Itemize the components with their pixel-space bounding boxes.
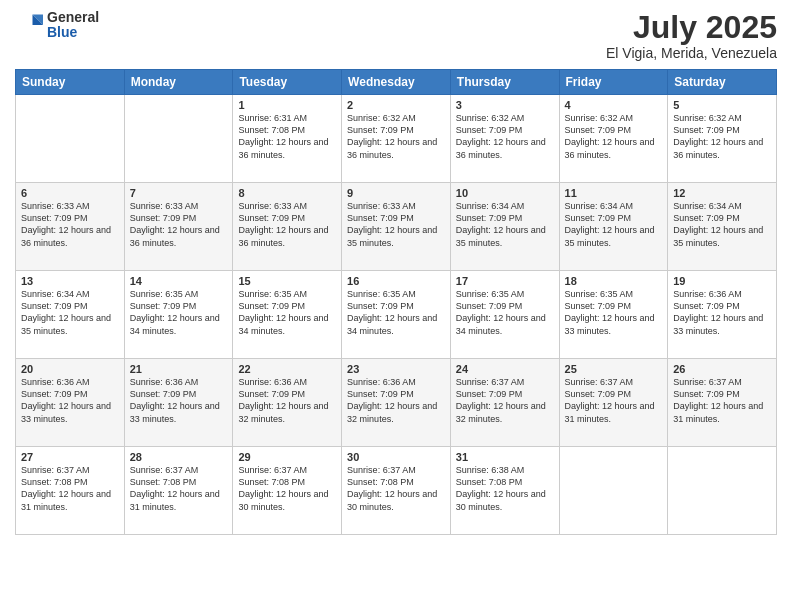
day-number: 16	[347, 275, 445, 287]
day-number: 15	[238, 275, 336, 287]
day-cell: 31Sunrise: 6:38 AM Sunset: 7:08 PM Dayli…	[450, 447, 559, 535]
header-row: Sunday Monday Tuesday Wednesday Thursday…	[16, 70, 777, 95]
day-number: 19	[673, 275, 771, 287]
day-number: 10	[456, 187, 554, 199]
week-row-0: 1Sunrise: 6:31 AM Sunset: 7:08 PM Daylig…	[16, 95, 777, 183]
day-cell: 5Sunrise: 6:32 AM Sunset: 7:09 PM Daylig…	[668, 95, 777, 183]
day-number: 26	[673, 363, 771, 375]
day-info: Sunrise: 6:37 AM Sunset: 7:09 PM Dayligh…	[673, 376, 771, 425]
day-info: Sunrise: 6:34 AM Sunset: 7:09 PM Dayligh…	[456, 200, 554, 249]
day-cell: 12Sunrise: 6:34 AM Sunset: 7:09 PM Dayli…	[668, 183, 777, 271]
day-info: Sunrise: 6:35 AM Sunset: 7:09 PM Dayligh…	[130, 288, 228, 337]
day-number: 28	[130, 451, 228, 463]
day-cell: 23Sunrise: 6:36 AM Sunset: 7:09 PM Dayli…	[342, 359, 451, 447]
week-row-4: 27Sunrise: 6:37 AM Sunset: 7:08 PM Dayli…	[16, 447, 777, 535]
day-number: 25	[565, 363, 663, 375]
day-info: Sunrise: 6:32 AM Sunset: 7:09 PM Dayligh…	[565, 112, 663, 161]
day-info: Sunrise: 6:36 AM Sunset: 7:09 PM Dayligh…	[673, 288, 771, 337]
day-cell: 20Sunrise: 6:36 AM Sunset: 7:09 PM Dayli…	[16, 359, 125, 447]
day-info: Sunrise: 6:38 AM Sunset: 7:08 PM Dayligh…	[456, 464, 554, 513]
title-block: July 2025 El Vigia, Merida, Venezuela	[606, 10, 777, 61]
header: General Blue July 2025 El Vigia, Merida,…	[15, 10, 777, 61]
logo-icon	[15, 11, 43, 39]
day-number: 6	[21, 187, 119, 199]
week-row-2: 13Sunrise: 6:34 AM Sunset: 7:09 PM Dayli…	[16, 271, 777, 359]
day-info: Sunrise: 6:33 AM Sunset: 7:09 PM Dayligh…	[21, 200, 119, 249]
day-info: Sunrise: 6:36 AM Sunset: 7:09 PM Dayligh…	[21, 376, 119, 425]
day-info: Sunrise: 6:31 AM Sunset: 7:08 PM Dayligh…	[238, 112, 336, 161]
day-cell: 8Sunrise: 6:33 AM Sunset: 7:09 PM Daylig…	[233, 183, 342, 271]
main-title: July 2025	[606, 10, 777, 45]
day-cell: 27Sunrise: 6:37 AM Sunset: 7:08 PM Dayli…	[16, 447, 125, 535]
day-number: 7	[130, 187, 228, 199]
day-cell: 15Sunrise: 6:35 AM Sunset: 7:09 PM Dayli…	[233, 271, 342, 359]
week-row-1: 6Sunrise: 6:33 AM Sunset: 7:09 PM Daylig…	[16, 183, 777, 271]
day-number: 5	[673, 99, 771, 111]
day-info: Sunrise: 6:36 AM Sunset: 7:09 PM Dayligh…	[347, 376, 445, 425]
week-row-3: 20Sunrise: 6:36 AM Sunset: 7:09 PM Dayli…	[16, 359, 777, 447]
day-number: 21	[130, 363, 228, 375]
day-number: 14	[130, 275, 228, 287]
day-info: Sunrise: 6:33 AM Sunset: 7:09 PM Dayligh…	[238, 200, 336, 249]
day-number: 29	[238, 451, 336, 463]
day-cell: 25Sunrise: 6:37 AM Sunset: 7:09 PM Dayli…	[559, 359, 668, 447]
day-number: 9	[347, 187, 445, 199]
day-info: Sunrise: 6:37 AM Sunset: 7:08 PM Dayligh…	[238, 464, 336, 513]
day-number: 18	[565, 275, 663, 287]
col-tuesday: Tuesday	[233, 70, 342, 95]
col-friday: Friday	[559, 70, 668, 95]
day-cell: 3Sunrise: 6:32 AM Sunset: 7:09 PM Daylig…	[450, 95, 559, 183]
day-number: 22	[238, 363, 336, 375]
logo-blue-text: Blue	[47, 25, 99, 40]
day-cell: 24Sunrise: 6:37 AM Sunset: 7:09 PM Dayli…	[450, 359, 559, 447]
day-number: 11	[565, 187, 663, 199]
day-number: 12	[673, 187, 771, 199]
logo-text: General Blue	[47, 10, 99, 41]
day-cell: 13Sunrise: 6:34 AM Sunset: 7:09 PM Dayli…	[16, 271, 125, 359]
day-number: 13	[21, 275, 119, 287]
day-number: 31	[456, 451, 554, 463]
day-cell: 28Sunrise: 6:37 AM Sunset: 7:08 PM Dayli…	[124, 447, 233, 535]
day-number: 2	[347, 99, 445, 111]
day-cell: 6Sunrise: 6:33 AM Sunset: 7:09 PM Daylig…	[16, 183, 125, 271]
day-number: 4	[565, 99, 663, 111]
day-info: Sunrise: 6:32 AM Sunset: 7:09 PM Dayligh…	[456, 112, 554, 161]
day-info: Sunrise: 6:33 AM Sunset: 7:09 PM Dayligh…	[130, 200, 228, 249]
day-cell: 10Sunrise: 6:34 AM Sunset: 7:09 PM Dayli…	[450, 183, 559, 271]
day-cell: 26Sunrise: 6:37 AM Sunset: 7:09 PM Dayli…	[668, 359, 777, 447]
day-number: 20	[21, 363, 119, 375]
day-cell: 19Sunrise: 6:36 AM Sunset: 7:09 PM Dayli…	[668, 271, 777, 359]
day-info: Sunrise: 6:32 AM Sunset: 7:09 PM Dayligh…	[347, 112, 445, 161]
day-cell: 30Sunrise: 6:37 AM Sunset: 7:08 PM Dayli…	[342, 447, 451, 535]
day-number: 24	[456, 363, 554, 375]
day-info: Sunrise: 6:34 AM Sunset: 7:09 PM Dayligh…	[21, 288, 119, 337]
day-info: Sunrise: 6:37 AM Sunset: 7:09 PM Dayligh…	[456, 376, 554, 425]
day-number: 8	[238, 187, 336, 199]
day-cell: 17Sunrise: 6:35 AM Sunset: 7:09 PM Dayli…	[450, 271, 559, 359]
day-info: Sunrise: 6:36 AM Sunset: 7:09 PM Dayligh…	[130, 376, 228, 425]
day-info: Sunrise: 6:37 AM Sunset: 7:09 PM Dayligh…	[565, 376, 663, 425]
day-info: Sunrise: 6:37 AM Sunset: 7:08 PM Dayligh…	[21, 464, 119, 513]
day-cell: 7Sunrise: 6:33 AM Sunset: 7:09 PM Daylig…	[124, 183, 233, 271]
day-cell: 21Sunrise: 6:36 AM Sunset: 7:09 PM Dayli…	[124, 359, 233, 447]
page: General Blue July 2025 El Vigia, Merida,…	[0, 0, 792, 612]
col-monday: Monday	[124, 70, 233, 95]
day-info: Sunrise: 6:35 AM Sunset: 7:09 PM Dayligh…	[565, 288, 663, 337]
day-number: 30	[347, 451, 445, 463]
day-number: 23	[347, 363, 445, 375]
day-number: 3	[456, 99, 554, 111]
day-info: Sunrise: 6:37 AM Sunset: 7:08 PM Dayligh…	[130, 464, 228, 513]
logo: General Blue	[15, 10, 99, 41]
subtitle: El Vigia, Merida, Venezuela	[606, 45, 777, 61]
day-info: Sunrise: 6:37 AM Sunset: 7:08 PM Dayligh…	[347, 464, 445, 513]
day-cell: 16Sunrise: 6:35 AM Sunset: 7:09 PM Dayli…	[342, 271, 451, 359]
day-number: 1	[238, 99, 336, 111]
day-cell	[124, 95, 233, 183]
calendar-table: Sunday Monday Tuesday Wednesday Thursday…	[15, 69, 777, 535]
day-info: Sunrise: 6:32 AM Sunset: 7:09 PM Dayligh…	[673, 112, 771, 161]
day-info: Sunrise: 6:36 AM Sunset: 7:09 PM Dayligh…	[238, 376, 336, 425]
day-cell	[16, 95, 125, 183]
day-cell	[559, 447, 668, 535]
col-thursday: Thursday	[450, 70, 559, 95]
day-info: Sunrise: 6:33 AM Sunset: 7:09 PM Dayligh…	[347, 200, 445, 249]
